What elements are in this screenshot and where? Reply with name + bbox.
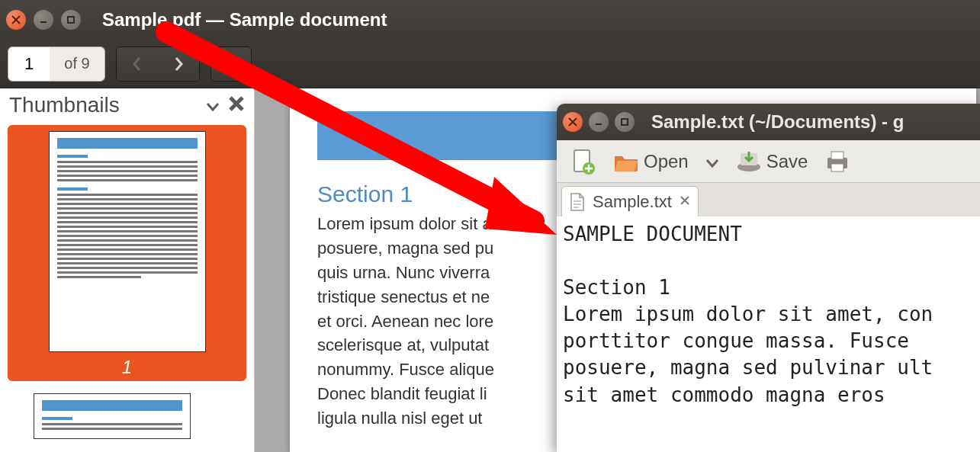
gedit-text-content[interactable]: SAMPLE DOCUMENT Section 1 Lorem ipsum do… — [557, 216, 980, 452]
thumbnail-page-number: 1 — [122, 357, 132, 378]
thumbnail-page-1[interactable] — [49, 131, 206, 352]
pdf-titlebar: Sample.pdf — Sample document — [0, 0, 980, 40]
print-button[interactable] — [818, 146, 856, 178]
page-nav-buttons — [116, 46, 200, 82]
page-number-box: of 9 — [8, 46, 105, 82]
gedit-window-minimize-button[interactable] — [589, 112, 609, 132]
open-button-label: Open — [644, 151, 689, 172]
chevron-down-icon — [705, 151, 719, 172]
page-number-input[interactable] — [8, 47, 50, 81]
open-dropdown-button[interactable] — [699, 148, 725, 175]
sidebar-close-button[interactable] — [228, 94, 245, 117]
sidebar-header: Thumbnails — [0, 88, 254, 125]
gedit-window: Sample.txt (~/Documents) - g Open Save — [557, 104, 980, 452]
gedit-tabbar: Sample.txt — [557, 183, 980, 216]
thumbnail-page-2[interactable] — [34, 393, 191, 439]
svg-rect-2 — [622, 119, 628, 125]
text-file-icon — [570, 192, 585, 212]
thumbnail-selected[interactable]: 1 — [8, 125, 246, 381]
sidebar-title: Thumbnails — [9, 93, 198, 117]
svg-rect-0 — [68, 17, 74, 23]
window-close-button[interactable] — [6, 10, 26, 30]
save-icon — [736, 149, 762, 175]
next-page-button[interactable] — [158, 47, 199, 81]
gedit-window-maximize-button[interactable] — [615, 112, 635, 132]
gedit-titlebar: Sample.txt (~/Documents) - g — [557, 104, 980, 140]
thumbnails-sidebar: Thumbnails — [0, 88, 255, 452]
window-minimize-button[interactable] — [34, 10, 53, 30]
pdf-toolbar: of 9 — [0, 40, 980, 88]
open-button[interactable]: Open — [607, 146, 695, 178]
tab-close-button[interactable] — [680, 194, 690, 210]
gedit-file-tab[interactable]: Sample.txt — [561, 186, 699, 216]
pdf-window-title: Sample.pdf — Sample document — [102, 9, 387, 30]
printer-icon — [824, 149, 850, 175]
page-total-label: of 9 — [50, 47, 104, 81]
gedit-window-close-button[interactable] — [563, 112, 583, 132]
window-maximize-button[interactable] — [61, 10, 81, 30]
thumbnails-list[interactable]: 1 — [0, 125, 254, 439]
gedit-toolbar: Open Save — [557, 140, 980, 183]
svg-rect-9 — [831, 164, 843, 172]
svg-point-1 — [225, 58, 234, 67]
new-file-button[interactable] — [564, 146, 602, 178]
save-button[interactable]: Save — [730, 146, 815, 178]
folder-open-icon — [613, 149, 639, 175]
save-button-label: Save — [766, 151, 808, 172]
gedit-window-title: Sample.txt (~/Documents) - g — [651, 111, 904, 133]
new-file-icon — [570, 149, 596, 175]
sidebar-dropdown-button[interactable] — [205, 94, 220, 117]
search-button[interactable] — [210, 46, 252, 82]
prev-page-button[interactable] — [117, 47, 158, 81]
gedit-tab-filename: Sample.txt — [593, 192, 672, 212]
svg-rect-8 — [831, 152, 843, 159]
